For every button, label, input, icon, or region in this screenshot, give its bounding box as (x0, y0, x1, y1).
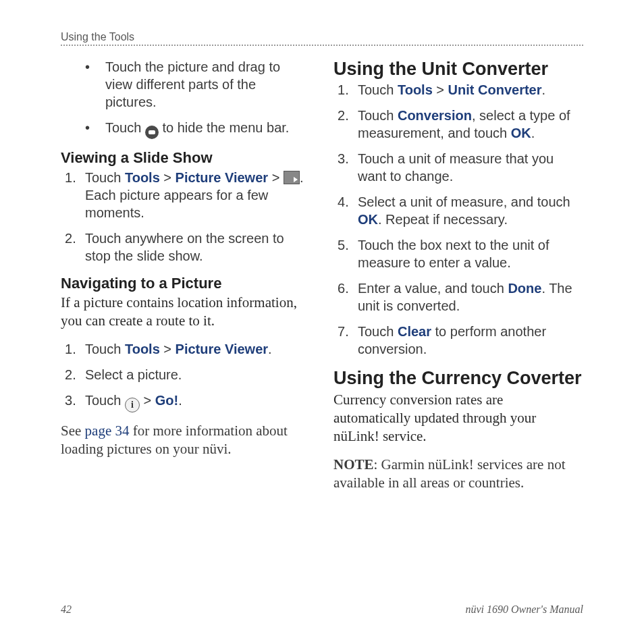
keyword-unit-converter: Unit Converter (448, 82, 542, 97)
text: > (160, 170, 176, 185)
text: Touch (85, 393, 125, 408)
note: NOTE: Garmin nüLink! services are not av… (333, 456, 583, 493)
text: > (268, 170, 284, 185)
list-item: Enter a value, and touch Done. The unit … (338, 279, 583, 315)
manual-page: Using the Tools Touch the picture and dr… (0, 0, 644, 644)
note-label: NOTE (333, 456, 374, 473)
text: Select a unit of measure, and touch (358, 194, 570, 209)
list-item: Touch i > Go!. (65, 392, 311, 412)
slideshow-icon (284, 171, 300, 184)
text: Touch (105, 120, 145, 135)
left-column: Touch the picture and drag to view diffe… (61, 57, 311, 492)
text: . (531, 126, 535, 140)
keyword-clear: Clear (398, 324, 431, 339)
text: > (160, 342, 176, 356)
list-item: Touch Conversion, select a type of measu… (338, 107, 583, 142)
keyword-ok: OK (511, 126, 531, 140)
header-rule (61, 45, 583, 46)
text: Touch (85, 170, 125, 185)
list-item: Touch to hide the menu bar. (85, 119, 311, 139)
keyword-picture-viewer: Picture Viewer (176, 342, 268, 356)
see-also: See page 34 for more information about l… (61, 422, 311, 459)
heading-navigate-picture: Navigating to a Picture (61, 274, 311, 293)
list-item: Touch Tools > Picture Viewer. (65, 340, 311, 358)
page-footer: 42 nüvi 1690 Owner's Manual (61, 603, 583, 616)
running-head: Using the Tools (61, 31, 583, 43)
text: . Repeat if necessary. (378, 212, 508, 227)
unit-steps: Touch Tools > Unit Converter. Touch Conv… (333, 81, 583, 358)
heading-currency-converter: Using the Currency Coverter (333, 367, 583, 389)
heading-slide-show: Viewing a Slide Show (61, 149, 311, 167)
list-item: Touch Tools > Unit Converter. (338, 81, 583, 99)
text: . (268, 342, 272, 356)
list-item: Touch a unit of measure that you want to… (338, 150, 583, 185)
heading-unit-converter: Using the Unit Converter (333, 58, 583, 80)
text: Touch (85, 342, 125, 356)
list-item: Select a unit of measure, and touch OK. … (338, 193, 583, 228)
slide-steps: Touch Tools > Picture Viewer > . Each pi… (61, 169, 311, 265)
text: to hide the menu bar. (159, 120, 289, 135)
keyword-conversion: Conversion (398, 108, 472, 123)
page-number: 42 (61, 603, 72, 616)
text: Enter a value, and touch (358, 281, 508, 296)
list-item: Touch the box next to the unit of measur… (338, 236, 583, 271)
keyword-tools: Tools (125, 170, 160, 185)
nav-intro: If a picture contains location informati… (61, 294, 311, 331)
columns: Touch the picture and drag to view diffe… (61, 57, 583, 492)
text: . (542, 82, 546, 97)
text: . (178, 393, 182, 408)
nav-steps: Touch Tools > Picture Viewer. Select a p… (61, 340, 311, 412)
list-item: Touch Tools > Picture Viewer > . Each pi… (65, 169, 311, 221)
list-item: Touch anywhere on the screen to stop the… (65, 230, 311, 265)
right-column: Using the Unit Converter Touch Tools > U… (333, 57, 583, 492)
list-item: Touch Clear to perform another conversio… (338, 323, 583, 358)
currency-intro: Currency conversion rates are automatica… (333, 391, 583, 446)
keyword-tools: Tools (125, 342, 160, 356)
list-item: Select a picture. (65, 366, 311, 383)
text: See (61, 423, 85, 439)
info-icon: i (125, 398, 140, 412)
text: Touch (358, 324, 398, 339)
keyword-picture-viewer: Picture Viewer (176, 170, 268, 185)
keyword-tools: Tools (398, 82, 433, 97)
keyword-go: Go! (155, 393, 178, 408)
keyword-ok: OK (358, 212, 378, 227)
list-item: Touch the picture and drag to view diffe… (85, 58, 311, 111)
text: > (140, 393, 155, 408)
text: Touch (358, 108, 398, 123)
bullet-list: Touch the picture and drag to view diffe… (61, 58, 311, 139)
keyword-done: Done (508, 281, 541, 296)
hide-menu-icon (145, 126, 159, 139)
page-link[interactable]: page 34 (85, 423, 130, 439)
text: Touch (358, 82, 398, 97)
footer-title: nüvi 1690 Owner's Manual (465, 603, 583, 616)
text: > (433, 82, 448, 97)
